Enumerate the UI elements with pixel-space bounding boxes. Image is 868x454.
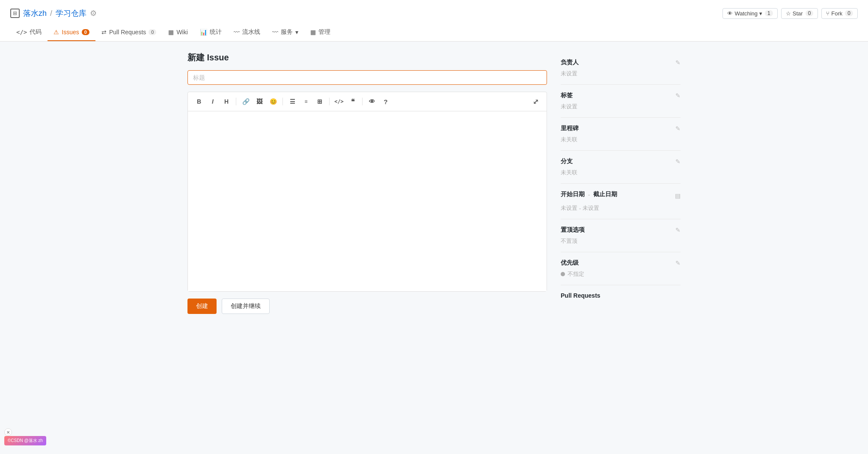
pin-edit-icon[interactable]: ✎	[675, 227, 681, 233]
editor-container: B I H 🔗 🖼 😊 ☰ ≡ ⊞ </> ❝ 👁 ? ⤢	[187, 92, 547, 292]
branch-title: 分支	[561, 158, 573, 165]
milestone-edit-icon[interactable]: ✎	[675, 125, 681, 132]
sidebar-section-assignee: 负责人 ✎ 未设置	[561, 52, 681, 85]
dates-edit-icon[interactable]: ▤	[675, 192, 681, 199]
issues-icon: ⚠	[54, 29, 59, 36]
repo-owner-link[interactable]: 落水zh	[23, 8, 47, 18]
tab-pipeline-label: 流水线	[242, 28, 260, 36]
labels-title: 标签	[561, 92, 573, 99]
labels-edit-icon[interactable]: ✎	[675, 92, 681, 99]
priority-title: 优先级	[561, 259, 579, 267]
repo-title: ⊞ 落水zh / 学习仓库 ⚙	[10, 8, 97, 18]
unordered-list-button[interactable]: ☰	[286, 96, 298, 108]
tab-code[interactable]: </> 代码	[10, 24, 48, 41]
quote-button[interactable]: ❝	[347, 96, 359, 108]
sidebar-section-pin: 置顶选项 ✎ 不置顶	[561, 219, 681, 252]
pin-value: 不置顶	[561, 237, 681, 245]
pipeline-icon: 〰	[234, 29, 240, 36]
tab-wiki-label: Wiki	[176, 29, 187, 36]
issue-form: 新建 Issue B I H 🔗 🖼 😊 ☰ ≡ ⊞ </> ❝ 👁 ?	[187, 52, 547, 314]
page-title: 新建 Issue	[187, 52, 547, 63]
tab-wiki[interactable]: ▦ Wiki	[162, 24, 193, 41]
toolbar-separator-4	[362, 98, 363, 105]
assignee-header: 负责人 ✎	[561, 59, 681, 66]
fork-count: 0	[845, 10, 853, 16]
priority-edit-icon[interactable]: ✎	[675, 260, 681, 266]
branch-header: 分支 ✎	[561, 158, 681, 165]
table-button[interactable]: ⊞	[314, 96, 326, 108]
fork-icon: ⑂	[826, 10, 829, 17]
service-dropdown-icon: ▾	[295, 29, 298, 36]
create-continue-button[interactable]: 创建并继续	[222, 299, 270, 314]
italic-button[interactable]: I	[207, 96, 219, 108]
milestone-value: 未关联	[561, 136, 681, 143]
help-button[interactable]: ?	[380, 96, 392, 108]
tab-service-label: 服务	[281, 28, 293, 36]
image-button[interactable]: 🖼	[253, 96, 265, 108]
tab-issues[interactable]: ⚠ Issues 0	[48, 24, 95, 41]
issue-title-input[interactable]	[187, 70, 547, 85]
dates-start-title: 开始日期	[561, 191, 585, 198]
fork-label: Fork	[831, 10, 842, 17]
repo-icon: ⊞	[10, 9, 20, 18]
pin-header: 置顶选项 ✎	[561, 226, 681, 234]
milestone-header: 里程碑 ✎	[561, 125, 681, 132]
watching-button[interactable]: 👁 Watching ▾ 1	[722, 8, 777, 19]
tab-code-label: 代码	[30, 28, 42, 36]
service-icon: 〰	[272, 29, 278, 36]
tab-manage-label: 管理	[318, 28, 330, 36]
star-count: 0	[806, 10, 814, 16]
priority-value: 不指定	[568, 270, 584, 278]
emoji-button[interactable]: 😊	[267, 96, 279, 108]
tab-pr-label: Pull Requests	[109, 29, 146, 36]
header-top: ⊞ 落水zh / 学习仓库 ⚙ 👁 Watching ▾ 1 ☆ Star 0 …	[10, 0, 858, 22]
sidebar-section-priority: 优先级 ✎ 不指定	[561, 252, 681, 285]
heading-button[interactable]: H	[220, 96, 232, 108]
pr-sidebar-header: Pull Requests	[561, 292, 681, 299]
repo-name-link[interactable]: 学习仓库	[56, 8, 86, 18]
priority-header: 优先级 ✎	[561, 259, 681, 267]
star-label: Star	[793, 10, 803, 17]
tab-stats-label: 统计	[210, 28, 222, 36]
settings-icon[interactable]: ⚙	[90, 9, 97, 18]
tab-pipeline[interactable]: 〰 流水线	[228, 24, 266, 41]
sidebar-section-labels: 标签 ✎ 未设置	[561, 85, 681, 118]
sidebar-section-milestone: 里程碑 ✎ 未关联	[561, 118, 681, 151]
bold-button[interactable]: B	[193, 96, 205, 108]
assignee-edit-icon[interactable]: ✎	[675, 59, 681, 66]
tab-service[interactable]: 〰 服务 ▾	[266, 24, 304, 41]
tab-pullrequests[interactable]: ⇄ Pull Requests 0	[95, 24, 163, 41]
dates-header: 开始日期 - 截止日期 ▤	[561, 191, 681, 201]
ordered-list-button[interactable]: ≡	[300, 96, 312, 108]
tab-stats[interactable]: 📊 统计	[194, 24, 228, 41]
priority-dot-icon	[561, 272, 565, 276]
expand-button[interactable]: ⤢	[529, 96, 541, 108]
form-actions: 创建 创建并继续	[187, 299, 547, 314]
watching-dropdown-icon: ▾	[759, 10, 762, 17]
code-icon: </>	[16, 29, 27, 36]
header: ⊞ 落水zh / 学习仓库 ⚙ 👁 Watching ▾ 1 ☆ Star 0 …	[0, 0, 868, 42]
editor-body[interactable]	[188, 111, 547, 291]
issues-badge: 0	[82, 29, 89, 35]
editor-toolbar: B I H 🔗 🖼 😊 ☰ ≡ ⊞ </> ❝ 👁 ? ⤢	[188, 92, 547, 111]
link-button[interactable]: 🔗	[240, 96, 252, 108]
dates-start-value: 未设置	[561, 204, 577, 212]
tab-manage[interactable]: ▦ 管理	[304, 24, 336, 41]
create-button[interactable]: 创建	[187, 299, 217, 314]
labels-value: 未设置	[561, 103, 681, 111]
fork-button[interactable]: ⑂ Fork 0	[821, 8, 858, 19]
branch-edit-icon[interactable]: ✎	[675, 158, 681, 165]
manage-icon: ▦	[310, 29, 316, 36]
toolbar-separator-2	[282, 98, 283, 105]
star-button[interactable]: ☆ Star 0	[781, 8, 818, 19]
assignee-title: 负责人	[561, 59, 579, 66]
dates-title-sep: -	[588, 191, 590, 198]
code-button[interactable]: </>	[333, 96, 345, 108]
preview-button[interactable]: 👁	[366, 96, 378, 108]
watching-label: Watching	[734, 10, 758, 17]
watching-count: 1	[765, 10, 773, 16]
toolbar-separator-1	[236, 98, 236, 105]
priority-row: 不指定	[561, 270, 681, 278]
main-content: 新建 Issue B I H 🔗 🖼 😊 ☰ ≡ ⊞ </> ❝ 👁 ?	[177, 42, 691, 324]
tab-issues-label: Issues	[62, 29, 79, 36]
